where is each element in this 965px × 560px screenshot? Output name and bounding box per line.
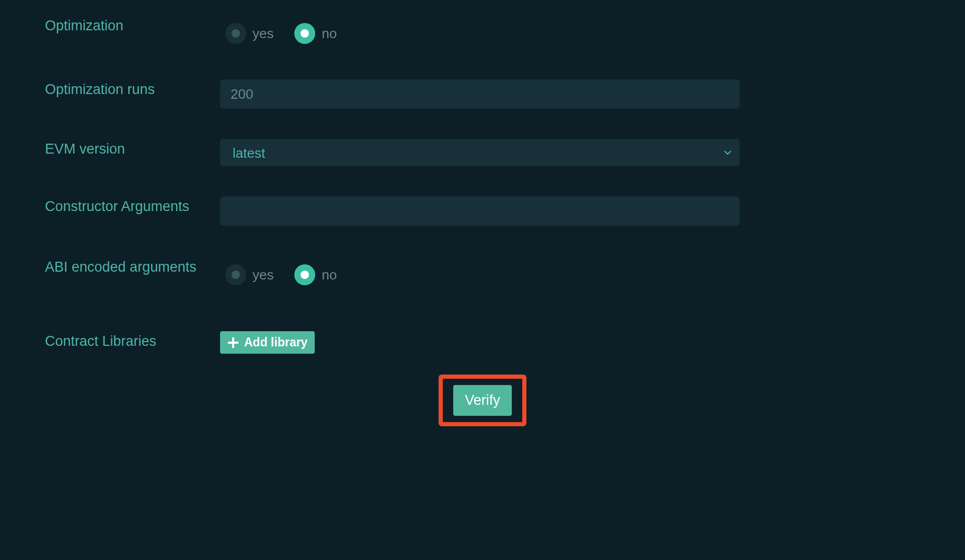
- optimization-runs-row: Optimization runs: [0, 79, 965, 109]
- optimization-controls: yes no: [220, 16, 740, 44]
- verify-button[interactable]: Verify: [453, 385, 512, 416]
- constructor-arguments-row: Constructor Arguments: [0, 196, 965, 226]
- constructor-arguments-controls: [220, 196, 740, 226]
- abi-encoded-label: ABI encoded arguments: [45, 257, 220, 275]
- plus-icon: [227, 337, 239, 348]
- optimization-label: Optimization: [45, 16, 220, 34]
- contract-libraries-row: Contract Libraries Add library: [0, 331, 965, 354]
- contract-libraries-label: Contract Libraries: [45, 331, 220, 349]
- optimization-runs-input[interactable]: [220, 79, 740, 109]
- optimization-yes-option[interactable]: yes: [225, 23, 273, 44]
- evm-version-label: EVM version: [45, 139, 220, 157]
- radio-icon: [225, 23, 246, 44]
- verify-highlight: Verify: [439, 375, 526, 426]
- abi-encoded-yes-option[interactable]: yes: [225, 264, 273, 285]
- contract-libraries-controls: Add library: [220, 331, 740, 354]
- verify-container: Verify: [0, 375, 965, 426]
- radio-icon: [294, 23, 315, 44]
- constructor-arguments-input[interactable]: [220, 196, 740, 226]
- abi-encoded-no-label: no: [321, 267, 337, 283]
- radio-icon: [225, 264, 246, 285]
- optimization-no-option[interactable]: no: [294, 23, 337, 44]
- evm-version-select-wrapper: latest: [220, 139, 740, 166]
- abi-encoded-row: ABI encoded arguments yes no: [0, 257, 965, 285]
- add-library-button-text: Add library: [244, 335, 307, 349]
- add-library-button[interactable]: Add library: [220, 331, 315, 354]
- abi-encoded-controls: yes no: [220, 257, 740, 285]
- abi-encoded-radio-group: yes no: [220, 257, 740, 285]
- svg-rect-1: [228, 342, 238, 344]
- abi-encoded-yes-label: yes: [252, 267, 273, 283]
- evm-version-controls: latest: [220, 139, 740, 166]
- optimization-radio-group: yes no: [220, 16, 740, 44]
- abi-encoded-no-option[interactable]: no: [294, 264, 337, 285]
- evm-version-row: EVM version latest: [0, 139, 965, 166]
- optimization-yes-label: yes: [252, 26, 273, 42]
- optimization-runs-controls: [220, 79, 740, 109]
- radio-icon: [294, 264, 315, 285]
- evm-version-select[interactable]: latest: [220, 139, 740, 166]
- optimization-runs-label: Optimization runs: [45, 79, 220, 98]
- optimization-row: Optimization yes no: [0, 16, 965, 44]
- optimization-no-label: no: [321, 26, 337, 42]
- constructor-arguments-label: Constructor Arguments: [45, 196, 220, 215]
